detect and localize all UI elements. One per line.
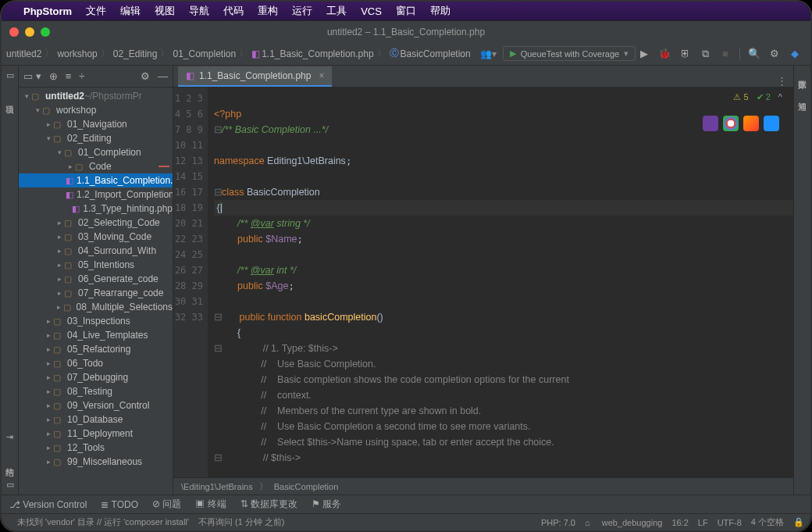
close-tab-icon[interactable]: × (319, 70, 324, 81)
breadcrumb[interactable]: untitled2〉 workshop〉 02_Editing〉 01_Comp… (5, 47, 472, 60)
file-encoding[interactable]: UTF-8 (718, 518, 742, 527)
tree-node[interactable]: ▾▢02_Editing (19, 131, 173, 145)
tree-node[interactable]: ▸▢06_Todo (19, 356, 173, 370)
menu-refactor[interactable]: 重构 (258, 4, 278, 18)
debug-icon[interactable]: 🐞 (658, 48, 671, 60)
tree-node[interactable]: ▸▢Code (19, 159, 173, 173)
menu-view[interactable]: 视图 (155, 4, 175, 18)
terminal-tool-tab[interactable]: ▣ 终端 (195, 498, 226, 511)
indent-info[interactable]: 4 个空格 (751, 516, 784, 528)
tree-node[interactable]: ◧1.2_Import_Completion.php (19, 187, 173, 202)
menu-window[interactable]: 窗口 (396, 4, 416, 18)
hide-icon[interactable]: ▭ (6, 70, 14, 80)
bottom-tool-tabs: ⎇ Version Control ≣ TODO ⊘ 问题 ▣ 终端 ⇅ 数据库… (2, 495, 810, 513)
locate-icon[interactable]: ⊕ (49, 70, 58, 82)
tree-node[interactable]: ▸▢08_Multiple_Selections (19, 300, 173, 314)
zoom-icon[interactable] (41, 27, 50, 37)
db-changes-tool-tab[interactable]: ⇅ 数据库更改 (240, 498, 297, 511)
tree-node[interactable]: ▸▢06_Generate_code (19, 272, 173, 286)
services-tool-tab[interactable]: ⚑ 服务 (312, 498, 341, 511)
editor-tabs: ◧ 1.1_Basic_Completion.php × ⋮ (173, 66, 793, 87)
menu-navigate[interactable]: 导航 (189, 4, 209, 18)
window-titlebar: untitled2 – 1.1_Basic_Completion.php (2, 20, 810, 42)
editor-tab[interactable]: ◧ 1.1_Basic_Completion.php × (178, 66, 332, 87)
tree-node[interactable]: ▾▢01_Completion (19, 145, 173, 159)
minimize-icon[interactable] (25, 27, 34, 37)
expand-icon[interactable]: ≡ (66, 70, 72, 82)
tree-node[interactable]: ▸▢05_Intentions (19, 258, 173, 272)
php-file-icon: ◧ (186, 70, 194, 81)
chrome-icon (723, 116, 739, 131)
menu-file[interactable]: 文件 (86, 4, 106, 18)
project-view-selector[interactable]: ▭ ▾ (23, 70, 41, 82)
project-toolbar: ▭ ▾ ⊕ ≡ ÷ ⚙ — (19, 66, 173, 87)
git-branch[interactable]: ⌂ web_debugging (585, 518, 662, 527)
tabs-menu-icon[interactable]: ⋮ (771, 75, 793, 87)
gear-icon[interactable]: ⚙ (141, 70, 150, 82)
project-tree[interactable]: ▾▢untitled2 ~/PhpstormPr▾▢workshop▸▢01_N… (19, 87, 173, 495)
tree-node[interactable]: ▸▢09_Version_Control (19, 398, 173, 412)
tree-node[interactable]: ▸▢02_Selecting_Code (19, 216, 173, 230)
inspections-widget[interactable]: ⚠ 5 ✔ 2 ^ (730, 91, 785, 104)
stop-icon[interactable]: ■ (719, 48, 732, 60)
status-bar: 未找到 'vendor' 目录 // 运行 'composer install'… (2, 513, 810, 530)
settings-icon[interactable]: ⚙ (768, 48, 781, 60)
tree-node[interactable]: ▸▢04_Surround_With (19, 244, 173, 258)
structure-tool-tab[interactable]: 结构 (2, 458, 17, 464)
menu-tools[interactable]: 工具 (326, 4, 347, 18)
tree-node[interactable]: ▸▢10_Database (19, 412, 173, 427)
notifications-tool-tab[interactable]: 通知 (795, 92, 810, 98)
caret-position[interactable]: 16:2 (671, 518, 688, 527)
tree-node[interactable]: ◧1.3_Type_hinting.php (19, 202, 173, 216)
tree-node[interactable]: ▸▢03_Inspections (19, 314, 173, 328)
menu-run[interactable]: 运行 (292, 4, 312, 18)
safari-icon (764, 116, 779, 131)
run-icon[interactable]: ▶ (638, 48, 650, 60)
left-tool-strip: ▭ 项目 ⇥ 结构 ▭ (2, 66, 19, 495)
phpstorm-icon (703, 116, 718, 131)
tree-node[interactable]: ▸▢04_Live_Templates (19, 328, 173, 342)
vcs-tool-tab[interactable]: ⎇ Version Control (9, 499, 87, 510)
tree-node[interactable]: ▸▢07_Debugging (19, 370, 173, 384)
search-icon[interactable]: 🔍 (748, 48, 760, 60)
tree-node[interactable]: ▸▢08_Testing (19, 384, 173, 398)
line-gutter[interactable]: 1 2 3 4 5 6 7 8 9 10 11 12 13 14 15 16 1… (173, 87, 208, 477)
app-name[interactable]: PhpStorm (23, 5, 72, 17)
status-hint[interactable]: 不再询问 (1 分钟 之前) (198, 516, 285, 528)
tree-node[interactable]: ▸▢99_Miscellaneous (19, 455, 173, 469)
line-separator[interactable]: LF (698, 518, 708, 527)
collapse-icon[interactable]: ÷ (79, 70, 84, 82)
browser-icons[interactable] (703, 116, 779, 131)
tree-node[interactable]: ▸▢12_Tools (19, 441, 173, 455)
code-editor[interactable]: <?php ⊟/** Basic Completion ...*/ namesp… (208, 87, 793, 477)
toolbox-icon[interactable]: ◆ (789, 48, 801, 60)
project-tool-tab[interactable]: 项目 (2, 96, 17, 102)
problems-tool-tab[interactable]: ⊘ 问题 (152, 498, 181, 511)
close-icon[interactable] (9, 27, 19, 37)
editor-breadcrumb[interactable]: \Editing1\JetBrains〉BasicCompletion (173, 477, 793, 495)
tree-node[interactable]: ▸▢05_Refactoring (19, 342, 173, 356)
database-tool-tab[interactable]: 数据库 (795, 70, 810, 77)
menu-vcs[interactable]: VCS (361, 5, 382, 17)
run-config-selector[interactable]: ▶QueueTest with Coverage▾ (503, 46, 636, 61)
window-title: untitled2 – 1.1_Basic_Completion.php (327, 27, 485, 37)
menu-edit[interactable]: 编辑 (120, 4, 141, 18)
tree-node[interactable]: ▸▢07_Rearrange_code (19, 286, 173, 300)
hide-panel-icon[interactable]: — (158, 70, 168, 82)
tree-node[interactable]: ▸▢11_Deployment (19, 427, 173, 441)
lock-icon[interactable]: 🔒 (793, 517, 804, 527)
todo-tool-tab[interactable]: ≣ TODO (101, 499, 138, 510)
coverage-icon[interactable]: ⛨ (678, 48, 691, 60)
users-icon[interactable]: 👥▾ (480, 48, 497, 59)
tree-node[interactable]: ◧1.1_Basic_Completion.php (19, 173, 173, 187)
tree-node[interactable]: ▾▢workshop (19, 103, 173, 117)
bookmarks-icon[interactable]: ⇥ (6, 432, 13, 442)
php-version[interactable]: PHP: 7.0 (541, 518, 575, 527)
layout-icon[interactable]: ▭ (6, 480, 14, 490)
tree-node[interactable]: ▸▢03_Moving_Code (19, 230, 173, 244)
tree-node[interactable]: ▸▢01_Navigation (19, 117, 173, 131)
menu-code[interactable]: 代码 (223, 4, 244, 18)
profiler-icon[interactable]: ⧉ (699, 48, 711, 60)
status-message[interactable]: 未找到 'vendor' 目录 // 运行 'composer install' (17, 516, 189, 528)
menu-help[interactable]: 帮助 (430, 4, 451, 18)
